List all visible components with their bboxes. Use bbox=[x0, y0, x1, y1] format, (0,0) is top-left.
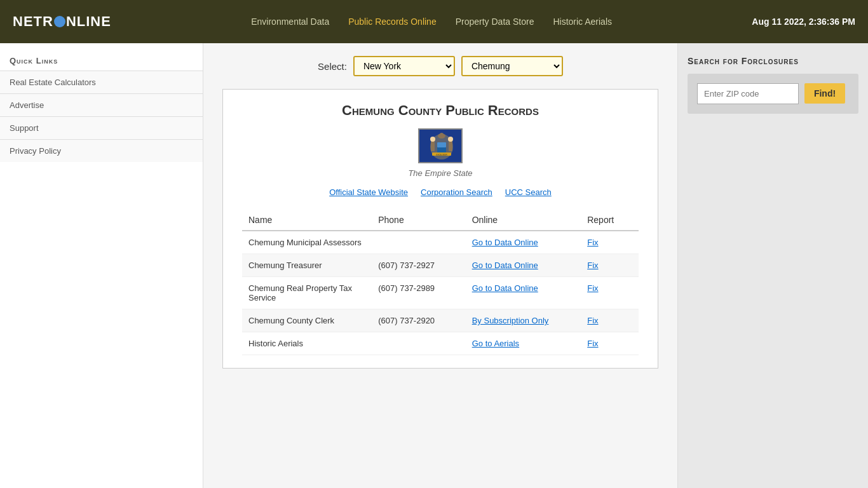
county-page: Chemung County Public Records bbox=[222, 89, 658, 369]
row3-phone: (607) 737-2920 bbox=[372, 309, 465, 332]
row4-name: Historic Aerials bbox=[242, 332, 372, 355]
foreclosure-title: Search for Forclosures bbox=[688, 56, 858, 66]
state-select[interactable]: New York California Texas Florida bbox=[353, 56, 455, 76]
row2-report: Fix bbox=[581, 277, 639, 309]
state-links: Official State Website Corporation Searc… bbox=[242, 187, 639, 197]
svg-rect-2 bbox=[431, 141, 435, 151]
globe-icon bbox=[54, 16, 65, 27]
col-header-report: Report bbox=[581, 210, 639, 231]
row2-phone: (607) 737-2989 bbox=[372, 277, 465, 309]
foreclosure-box: Find! bbox=[688, 74, 858, 114]
state-flag-icon: EXCELSIOR bbox=[418, 128, 463, 163]
right-sidebar: Search for Forclosures Find! bbox=[677, 43, 868, 488]
records-tbody: Chemung Municipal Assessors Go to Data O… bbox=[242, 231, 639, 355]
quick-links-title: Quick Links bbox=[0, 50, 203, 71]
row0-report-link[interactable]: Fix bbox=[587, 238, 598, 247]
svg-rect-7 bbox=[437, 142, 446, 147]
row4-phone bbox=[372, 332, 465, 355]
row0-phone bbox=[372, 231, 465, 254]
sidebar-item-privacy-policy[interactable]: Privacy Policy bbox=[0, 139, 203, 162]
corporation-search-link[interactable]: Corporation Search bbox=[421, 187, 492, 197]
sidebar: Quick Links Real Estate Calculators Adve… bbox=[0, 43, 203, 488]
nav-property-data-store[interactable]: Property Data Store bbox=[456, 17, 534, 27]
sidebar-item-advertise[interactable]: Advertise bbox=[0, 93, 203, 116]
state-motto: The Empire State bbox=[242, 168, 639, 178]
selector-row: Select: New York California Texas Florid… bbox=[222, 56, 658, 76]
row1-report-link[interactable]: Fix bbox=[587, 261, 598, 270]
row4-report-link[interactable]: Fix bbox=[587, 339, 598, 348]
row2-online: Go to Data Online bbox=[466, 277, 581, 309]
main-layout: Quick Links Real Estate Calculators Adve… bbox=[0, 43, 868, 488]
row4-online: Go to Aerials bbox=[466, 332, 581, 355]
row2-name: Chemung Real Property Tax Service bbox=[242, 277, 372, 309]
row1-name: Chemung Treasurer bbox=[242, 254, 372, 277]
col-header-name: Name bbox=[242, 210, 372, 231]
row3-report: Fix bbox=[581, 309, 639, 332]
row2-online-link[interactable]: Go to Data Online bbox=[472, 283, 538, 293]
col-header-online: Online bbox=[466, 210, 581, 231]
logo-area: NETRNLINE bbox=[13, 13, 111, 30]
selector-label: Select: bbox=[318, 61, 347, 72]
row0-report: Fix bbox=[581, 231, 639, 254]
state-flag-container: EXCELSIOR bbox=[242, 128, 639, 165]
row1-online: Go to Data Online bbox=[466, 254, 581, 277]
row3-online: By Subscription Only bbox=[466, 309, 581, 332]
find-button[interactable]: Find! bbox=[804, 83, 845, 104]
table-row: Chemung Municipal Assessors Go to Data O… bbox=[242, 231, 639, 254]
row0-name: Chemung Municipal Assessors bbox=[242, 231, 372, 254]
nav-public-records-online[interactable]: Public Records Online bbox=[348, 17, 437, 27]
row3-name: Chemung County Clerk bbox=[242, 309, 372, 332]
records-table: Name Phone Online Report Chemung Municip… bbox=[242, 210, 639, 355]
svg-rect-4 bbox=[449, 141, 452, 151]
zip-input[interactable] bbox=[697, 83, 799, 104]
header-datetime: Aug 11 2022, 2:36:36 PM bbox=[752, 17, 855, 27]
row3-online-link[interactable]: By Subscription Only bbox=[472, 316, 549, 325]
county-title: Chemung County Public Records bbox=[242, 102, 639, 119]
table-row: Chemung Treasurer (607) 737-2927 Go to D… bbox=[242, 254, 639, 277]
svg-point-3 bbox=[430, 137, 435, 142]
row1-report: Fix bbox=[581, 254, 639, 277]
col-header-phone: Phone bbox=[372, 210, 465, 231]
table-header-row: Name Phone Online Report bbox=[242, 210, 639, 231]
nav-historic-aerials[interactable]: Historic Aerials bbox=[553, 17, 612, 27]
row1-phone: (607) 737-2927 bbox=[372, 254, 465, 277]
table-row: Chemung Real Property Tax Service (607) … bbox=[242, 277, 639, 309]
ucc-search-link[interactable]: UCC Search bbox=[505, 187, 552, 197]
table-row: Chemung County Clerk (607) 737-2920 By S… bbox=[242, 309, 639, 332]
official-state-website-link[interactable]: Official State Website bbox=[329, 187, 408, 197]
county-select[interactable]: Chemung Albany Broome Erie bbox=[461, 56, 563, 76]
table-row: Historic Aerials Go to Aerials Fix bbox=[242, 332, 639, 355]
header: NETRNLINE Environmental Data Public Reco… bbox=[0, 0, 868, 43]
sidebar-item-real-estate[interactable]: Real Estate Calculators bbox=[0, 71, 203, 93]
row4-online-link[interactable]: Go to Aerials bbox=[472, 339, 519, 348]
svg-point-5 bbox=[448, 137, 453, 142]
row3-report-link[interactable]: Fix bbox=[587, 316, 598, 325]
svg-point-9 bbox=[440, 133, 444, 137]
sidebar-item-support[interactable]: Support bbox=[0, 116, 203, 139]
logo-text: NETRNLINE bbox=[13, 13, 111, 30]
row1-online-link[interactable]: Go to Data Online bbox=[472, 261, 538, 270]
nav-environmental-data[interactable]: Environmental Data bbox=[251, 17, 329, 27]
content-area: Select: New York California Texas Florid… bbox=[203, 43, 677, 488]
row0-online: Go to Data Online bbox=[466, 231, 581, 254]
row4-report: Fix bbox=[581, 332, 639, 355]
main-nav: Environmental Data Public Records Online… bbox=[251, 17, 612, 27]
row2-report-link[interactable]: Fix bbox=[587, 283, 598, 293]
svg-text:EXCELSIOR: EXCELSIOR bbox=[436, 154, 447, 156]
row0-online-link[interactable]: Go to Data Online bbox=[472, 238, 538, 247]
